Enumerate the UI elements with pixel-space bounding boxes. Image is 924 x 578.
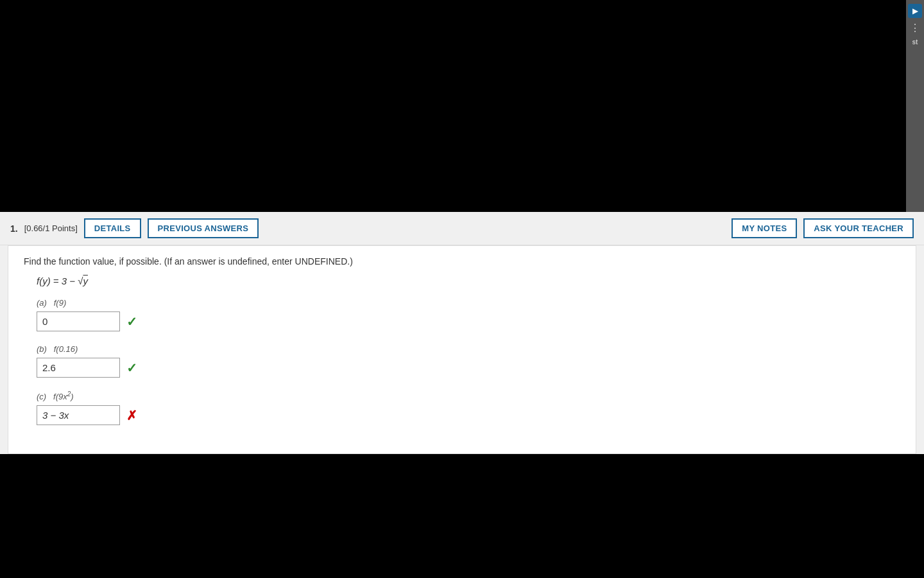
- st-label: st: [912, 39, 918, 46]
- points-badge: [0.66/1 Points]: [24, 223, 78, 233]
- content-area: 1. [0.66/1 Points] DETAILS PREVIOUS ANSW…: [0, 212, 924, 454]
- bottom-black-area: [0, 462, 924, 571]
- sub-label-c: (c) f(9x2): [37, 390, 900, 401]
- previous-answers-button[interactable]: PREVIOUS ANSWERS: [148, 218, 259, 238]
- answer-row-b: ✓: [37, 358, 900, 378]
- details-button[interactable]: DETAILS: [84, 218, 141, 238]
- answer-input-c[interactable]: [37, 405, 120, 425]
- sub-question-b: (b) f(0.16) ✓: [37, 344, 900, 378]
- answer-row-a: ✓: [37, 311, 900, 331]
- function-definition: f(y) = 3 − √y: [37, 276, 900, 286]
- header-left: 1. [0.66/1 Points] DETAILS PREVIOUS ANSW…: [10, 218, 259, 238]
- sub-label-b: (b) f(0.16): [37, 344, 900, 354]
- question-number: 1.: [10, 223, 18, 234]
- dots-icon: ⋮: [910, 23, 920, 33]
- answer-row-c: ✗: [37, 405, 900, 425]
- arrow-icon[interactable]: ▶: [908, 4, 922, 18]
- top-black-area: ▶ ⋮ st: [0, 0, 924, 212]
- sub-question-c: (c) f(9x2) ✗: [37, 390, 900, 425]
- instruction-text: Find the function value, if possible. (I…: [24, 256, 900, 267]
- ask-teacher-button[interactable]: ASK YOUR TEACHER: [803, 218, 914, 238]
- answer-input-a[interactable]: [37, 311, 120, 331]
- question-body: Find the function value, if possible. (I…: [8, 245, 916, 454]
- question-header: 1. [0.66/1 Points] DETAILS PREVIOUS ANSW…: [0, 212, 924, 245]
- right-sidebar: ▶ ⋮ st: [906, 0, 924, 212]
- sub-question-a: (a) f(9) ✓: [37, 298, 900, 331]
- sub-label-a: (a) f(9): [37, 298, 900, 308]
- header-right: MY NOTES ASK YOUR TEACHER: [732, 218, 914, 238]
- correct-mark-a: ✓: [126, 314, 137, 329]
- wrong-mark-c: ✗: [126, 408, 137, 423]
- answer-input-b[interactable]: [37, 358, 120, 378]
- correct-mark-b: ✓: [126, 360, 137, 376]
- my-notes-button[interactable]: MY NOTES: [732, 218, 797, 238]
